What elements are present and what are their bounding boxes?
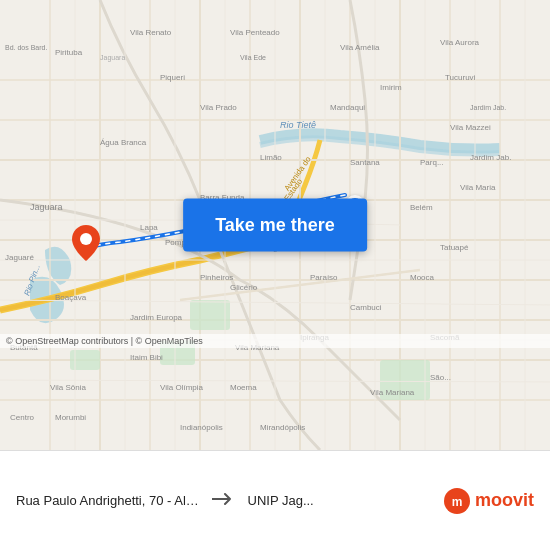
svg-text:Vila Renato: Vila Renato (130, 28, 172, 37)
svg-text:Vila Mariana: Vila Mariana (370, 388, 415, 397)
svg-text:Vila Amélia: Vila Amélia (340, 43, 380, 52)
svg-text:Vila Mazzei: Vila Mazzei (450, 123, 491, 132)
bottom-bar: Rua Paulo Andrighetti, 70 - Alto do Par.… (0, 450, 550, 550)
svg-text:Boaçava: Boaçava (55, 293, 87, 302)
svg-text:Vila Maria: Vila Maria (460, 183, 496, 192)
svg-text:Parq...: Parq... (420, 158, 444, 167)
svg-text:Rio Tietê: Rio Tietê (280, 120, 316, 130)
svg-text:Belém: Belém (410, 203, 433, 212)
svg-text:São...: São... (430, 373, 451, 382)
svg-text:Lapa: Lapa (140, 223, 158, 232)
svg-text:Jaguara: Jaguara (30, 202, 63, 212)
svg-text:Vila Aurora: Vila Aurora (440, 38, 480, 47)
svg-text:Jardim Jab.: Jardim Jab. (470, 153, 511, 162)
route-from: Rua Paulo Andrighetti, 70 - Alto do Par.… (16, 493, 200, 508)
svg-point-95 (80, 233, 92, 245)
svg-text:Tucuruvi: Tucuruvi (445, 73, 476, 82)
svg-text:Jaguaré: Jaguaré (5, 253, 34, 262)
svg-text:Paraíso: Paraíso (310, 273, 338, 282)
svg-text:Jaguara: Jaguara (100, 54, 125, 62)
svg-text:Itaim Bibi: Itaim Bibi (130, 353, 163, 362)
svg-text:Tatuapé: Tatuapé (440, 243, 469, 252)
svg-text:Vila Olímpia: Vila Olímpia (160, 383, 204, 392)
svg-text:Limão: Limão (260, 153, 282, 162)
svg-text:Mandaqui: Mandaqui (330, 103, 365, 112)
svg-text:m: m (452, 495, 463, 509)
destination-marker (72, 225, 100, 261)
moovit-logo: m moovit (443, 487, 534, 515)
svg-text:Moema: Moema (230, 383, 257, 392)
svg-text:Morumbi: Morumbi (55, 413, 86, 422)
svg-text:Centro: Centro (10, 413, 35, 422)
svg-text:Piqueri: Piqueri (160, 73, 185, 82)
moovit-text: moovit (475, 490, 534, 511)
svg-rect-20 (190, 300, 230, 330)
map-attribution: © OpenStreetMap contributors | © OpenMap… (0, 334, 550, 348)
svg-text:Glicério: Glicério (230, 283, 258, 292)
svg-text:Indianópolis: Indianópolis (180, 423, 223, 432)
svg-text:Pirituba: Pirituba (55, 48, 83, 57)
svg-text:Água Branca: Água Branca (100, 138, 147, 147)
svg-text:Santana: Santana (350, 158, 380, 167)
svg-text:Vila Penteado: Vila Penteado (230, 28, 280, 37)
take-me-there-button[interactable]: Take me there (183, 199, 367, 252)
svg-text:Jardim Europa: Jardim Europa (130, 313, 183, 322)
svg-text:Cambuci: Cambuci (350, 303, 382, 312)
svg-text:Jardim Jab.: Jardim Jab. (470, 104, 506, 111)
route-to-label: UNIP Jag... (248, 493, 432, 508)
arrow-icon (212, 489, 236, 512)
svg-text:Mooca: Mooca (410, 273, 435, 282)
route-info: Rua Paulo Andrighetti, 70 - Alto do Par.… (16, 487, 534, 515)
svg-text:Mirandópolis: Mirandópolis (260, 423, 305, 432)
route-from-label: Rua Paulo Andrighetti, 70 - Alto do Par.… (16, 493, 200, 508)
svg-text:Vila Ede: Vila Ede (240, 54, 266, 61)
svg-text:Imirim: Imirim (380, 83, 402, 92)
svg-text:Bd. dos Bard.: Bd. dos Bard. (5, 44, 47, 51)
svg-text:Vila Sônia: Vila Sônia (50, 383, 86, 392)
svg-text:Pinheiros: Pinheiros (200, 273, 233, 282)
svg-text:Vila Prado: Vila Prado (200, 103, 237, 112)
map-container: Jaguara Jaguaré Butantã Boaçava Lapa Bar… (0, 0, 550, 450)
